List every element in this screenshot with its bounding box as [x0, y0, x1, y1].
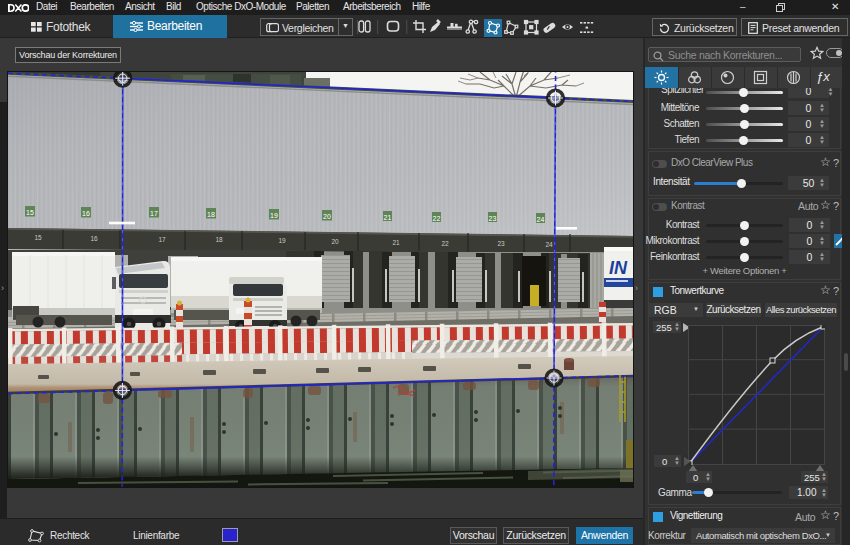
- svg-text:21: 21: [384, 214, 392, 221]
- svg-text:23: 23: [497, 240, 505, 247]
- svg-text:17: 17: [158, 236, 166, 243]
- svg-text:24: 24: [545, 241, 553, 248]
- svg-text:16: 16: [82, 210, 90, 217]
- svg-text:19: 19: [270, 212, 278, 219]
- svg-text:21: 21: [392, 239, 400, 246]
- svg-text:22: 22: [433, 215, 441, 222]
- svg-text:20: 20: [331, 238, 339, 245]
- svg-text:17: 17: [150, 210, 158, 217]
- svg-text:18: 18: [215, 236, 223, 243]
- svg-text:20: 20: [323, 213, 331, 220]
- svg-text:15: 15: [34, 234, 42, 241]
- svg-text:IN: IN: [609, 258, 628, 278]
- svg-text:16: 16: [90, 235, 98, 242]
- svg-text:19: 19: [278, 237, 286, 244]
- svg-text:15: 15: [26, 209, 34, 216]
- svg-text:22: 22: [441, 240, 449, 247]
- svg-text:23: 23: [489, 215, 497, 222]
- svg-text:24: 24: [537, 216, 545, 223]
- svg-text:18: 18: [207, 211, 215, 218]
